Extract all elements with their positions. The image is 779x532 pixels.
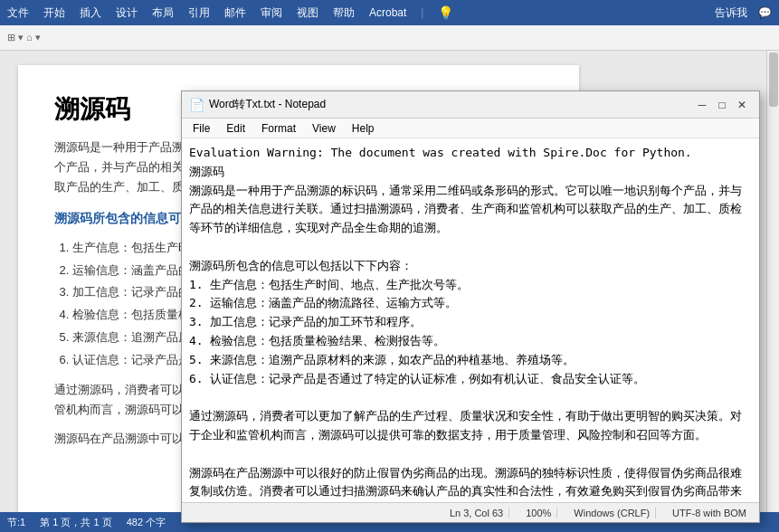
word-status-words: 482 个字 <box>127 516 166 529</box>
close-button[interactable]: ✕ <box>732 95 752 115</box>
ribbon-mail[interactable]: 邮件 <box>224 5 246 21</box>
ribbon-comment-icon[interactable]: 💬 <box>758 6 772 19</box>
notepad-status-lineending: Windows (CRLF) <box>568 508 656 518</box>
ribbon-layout[interactable]: 布局 <box>152 5 174 21</box>
ribbon-references[interactable]: 引用 <box>188 5 210 21</box>
notepad-status-linecol: Ln 3, Col 63 <box>444 508 509 518</box>
ribbon-file[interactable]: 文件 <box>7 5 29 21</box>
notepad-content <box>182 138 759 502</box>
toolbar-placeholder: ⊞ ▾ ⌂ ▾ <box>7 32 41 43</box>
notepad-status-zoom: 100% <box>520 508 557 518</box>
word-toolbar: ⊞ ▾ ⌂ ▾ <box>0 25 779 51</box>
word-scrollbar-thumb[interactable] <box>769 52 778 107</box>
notepad-status-bar: Ln 3, Col 63 100% Windows (CRLF) UTF-8 w… <box>182 502 759 522</box>
notepad-title-text: Word转Txt.txt - Notepad <box>209 97 692 112</box>
notepad-status-encoding: UTF-8 with BOM <box>667 508 752 518</box>
ribbon-acrobat[interactable]: Acrobat <box>369 6 406 19</box>
notepad-titlebar: 📄 Word转Txt.txt - Notepad ─ □ ✕ <box>182 91 759 119</box>
ribbon-right: 告诉我 💬 <box>715 5 772 21</box>
word-status-section: 节:1 <box>7 516 25 529</box>
ribbon-tell-me[interactable]: 告诉我 <box>715 5 747 21</box>
minimize-button[interactable]: ─ <box>692 95 712 115</box>
notepad-menubar: File Edit Format View Help <box>182 119 759 138</box>
menu-format[interactable]: Format <box>254 120 303 137</box>
ribbon-help[interactable]: 帮助 <box>333 5 355 21</box>
ribbon-view[interactable]: 视图 <box>297 5 318 21</box>
menu-file[interactable]: File <box>185 120 217 137</box>
notepad-app-icon: 📄 <box>189 98 204 112</box>
notepad-textarea[interactable] <box>182 138 759 502</box>
menu-help[interactable]: Help <box>345 120 382 137</box>
menu-edit[interactable]: Edit <box>219 120 252 137</box>
maximize-button[interactable]: □ <box>712 95 732 115</box>
ribbon-insert[interactable]: 插入 <box>80 5 101 21</box>
ribbon-review[interactable]: 审阅 <box>261 5 282 21</box>
ribbon-separator: | <box>421 6 423 19</box>
word-ribbon: 文件 开始 插入 设计 布局 引用 邮件 审阅 视图 帮助 Acrobat | … <box>0 0 779 25</box>
ribbon-lightbulb-icon: 💡 <box>438 5 453 20</box>
ribbon-design[interactable]: 设计 <box>116 5 138 21</box>
ribbon-home[interactable]: 开始 <box>43 5 65 21</box>
word-status-page: 第 1 页，共 1 页 <box>40 516 111 529</box>
notepad-window[interactable]: 📄 Word转Txt.txt - Notepad ─ □ ✕ File Edit… <box>181 90 760 523</box>
word-scrollbar[interactable] <box>766 51 779 512</box>
menu-view[interactable]: View <box>305 120 343 137</box>
